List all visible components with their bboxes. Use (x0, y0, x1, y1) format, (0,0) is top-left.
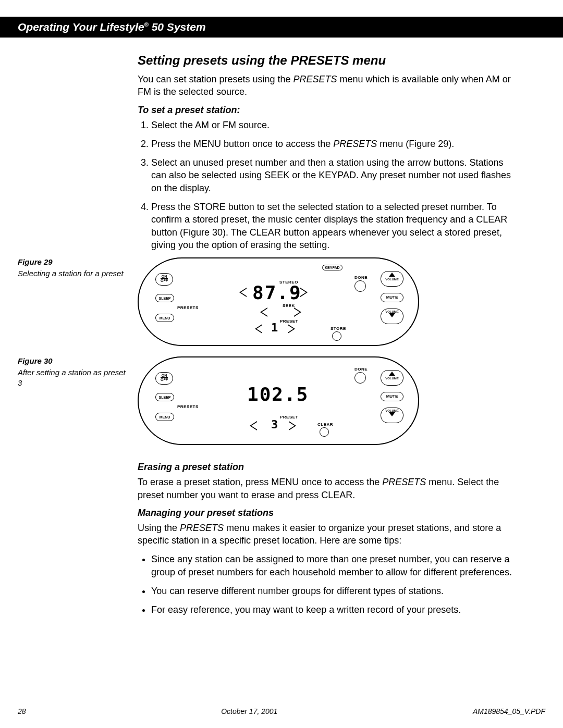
figure-29-caption: Selecting a station for a preset (18, 268, 130, 279)
tips-list: Since any station can be assigned to mor… (138, 553, 514, 616)
seek-left-arrow-icon (260, 307, 267, 317)
sleep-button: SLEEP (155, 393, 174, 401)
preset-number-display: 1 (271, 321, 278, 334)
section-header-bar: Operating Your Lifestyle® 50 System (0, 17, 563, 38)
step-2: Press the MENU button once to access the… (151, 138, 514, 150)
presets-label: PRESETS (177, 305, 199, 310)
erasing-heading: Erasing a preset station (138, 462, 514, 473)
managing-heading: Managing your preset stations (138, 508, 514, 519)
done-label: DONE (354, 275, 368, 280)
remote-panel-fig30: ON OFF SLEEP PRESETS MENU 102.5 PRESET 3… (138, 356, 419, 445)
preset-right-arrow-icon (289, 421, 296, 430)
figure-30-label: Figure 30 (18, 356, 130, 365)
figure-29-label-block: Figure 29 Selecting a station for a pres… (18, 257, 138, 279)
registered-mark: ® (144, 21, 149, 28)
figure-30-label-block: Figure 30 After setting a station as pre… (18, 356, 138, 388)
triangle-up-icon (389, 372, 395, 376)
erasing-paragraph: To erase a preset station, press MENU on… (138, 476, 514, 501)
menu-button: MENU (155, 413, 174, 421)
section-title-post: 50 System (149, 21, 206, 33)
preset-right-arrow-icon (288, 324, 295, 334)
managing-paragraph: Using the PRESETS menu makes it easier t… (138, 522, 514, 547)
triangle-down-icon (389, 313, 395, 317)
figure-30-row: Figure 30 After setting a station as pre… (0, 356, 563, 445)
mute-button: MUTE (381, 392, 403, 401)
step-3: Select an unused preset number and then … (151, 156, 514, 194)
tip-3: For easy reference, you may want to keep… (151, 603, 514, 616)
left-margin-column-2 (18, 455, 138, 622)
tip-1: Since any station can be assigned to mor… (151, 553, 514, 578)
on-off-button: ON OFF (155, 372, 173, 385)
main-column-2: Erasing a preset station To erase a pres… (138, 455, 545, 622)
tip-2: You can reserve different number groups … (151, 585, 514, 597)
content-wrap: Setting presets using the PRESETS menu Y… (0, 53, 563, 257)
on-off-button: ON OFF (155, 273, 173, 286)
footer-docid: AM189854_05_V.PDF (473, 707, 545, 715)
triangle-down-icon (389, 412, 395, 416)
to-set-heading: To set a preset station: (138, 105, 514, 116)
keypad-label: KEYPAD (322, 265, 342, 270)
remote-panel-fig29: ON OFF SLEEP PRESETS MENU STEREO 87.9 SE… (138, 257, 419, 346)
seek-right-arrow-icon (294, 307, 301, 317)
preset-label: PRESET (280, 319, 298, 324)
sleep-button: SLEEP (155, 294, 174, 302)
freq-right-arrow-icon (300, 288, 308, 297)
store-label: STORE (331, 326, 346, 331)
lower-content: Erasing a preset station To erase a pres… (0, 455, 563, 622)
frequency-display: 102.5 (247, 384, 309, 405)
main-column: Setting presets using the PRESETS menu Y… (138, 53, 545, 257)
step-4: Press the STORE button to set the select… (151, 201, 514, 251)
presets-label: PRESETS (177, 404, 199, 409)
footer-date: October 17, 2001 (221, 707, 277, 715)
clear-label: CLEAR (317, 422, 333, 427)
page-number: 28 (18, 707, 26, 715)
volume-down-button: VOLUME (381, 408, 403, 423)
preset-left-arrow-icon (250, 421, 257, 430)
intro-paragraph: You can set station presets using the PR… (138, 73, 514, 98)
freq-left-arrow-icon (239, 288, 247, 297)
triangle-up-icon (389, 273, 395, 277)
seek-label: SEEK (283, 303, 295, 308)
figure-30-caption: After setting a station as preset 3 (18, 367, 130, 388)
left-margin-column (18, 53, 138, 257)
preset-number-display: 3 (271, 418, 278, 431)
volume-up-button: VOLUME (381, 271, 403, 287)
section-title-pre: Operating Your Lifestyle (18, 21, 144, 33)
menu-button: MENU (155, 314, 174, 322)
frequency-display: 87.9 (252, 282, 302, 303)
figure-29-row: Figure 29 Selecting a station for a pres… (0, 257, 563, 346)
mute-button: MUTE (381, 293, 403, 302)
step-1: Select the AM or FM source. (151, 119, 514, 131)
set-steps-list: Select the AM or FM source. Press the ME… (138, 119, 514, 252)
preset-label: PRESET (280, 415, 298, 419)
figure-29-label: Figure 29 (18, 257, 130, 266)
page-title: Setting presets using the PRESETS menu (138, 53, 514, 68)
volume-up-button: VOLUME (381, 370, 403, 386)
done-label: DONE (354, 367, 368, 372)
preset-left-arrow-icon (255, 324, 262, 334)
page-footer: 28 October 17, 2001 AM189854_05_V.PDF (18, 707, 545, 715)
volume-down-button: VOLUME (381, 309, 403, 324)
